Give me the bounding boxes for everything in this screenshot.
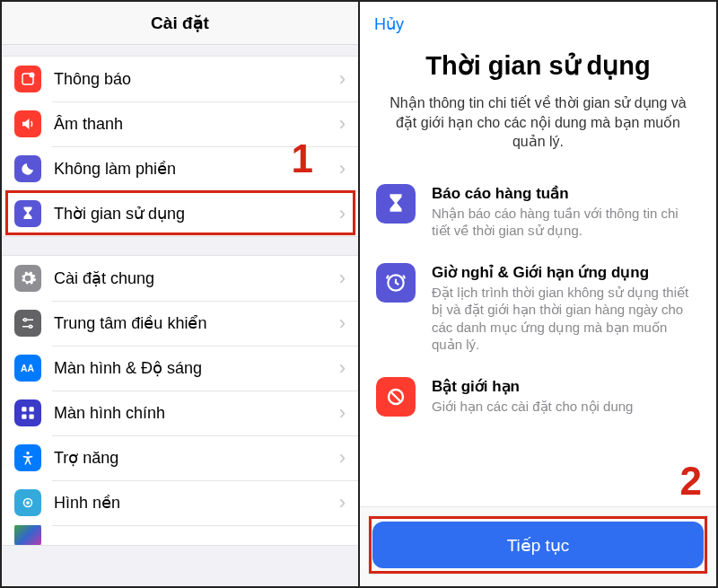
chevron-right-icon: › <box>339 312 346 335</box>
feature-restrictions: Bật giới hạn Giới hạn các cài đặt cho nộ… <box>376 377 700 417</box>
chevron-right-icon: › <box>339 157 346 180</box>
fade-overlay <box>360 480 716 507</box>
row-dnd[interactable]: Không làm phiền › <box>2 146 358 191</box>
row-label: Trợ năng <box>54 448 339 468</box>
chevron-right-icon: › <box>339 401 346 425</box>
feature-desc: Nhận báo cáo hàng tuần với thông tin chi… <box>432 205 700 240</box>
svg-rect-12 <box>30 415 34 419</box>
settings-title: Cài đặt <box>151 13 209 33</box>
row-display[interactable]: AA Màn hình & Độ sáng › <box>2 346 358 391</box>
chevron-right-icon: › <box>339 491 346 514</box>
feature-title: Báo cáo hàng tuần <box>432 184 700 203</box>
settings-header: Cài đặt <box>2 2 358 45</box>
svg-point-1 <box>30 73 35 78</box>
svg-rect-11 <box>22 415 26 419</box>
chevron-right-icon: › <box>339 112 346 136</box>
svg-text:AA: AA <box>21 364 35 373</box>
notification-icon <box>14 66 41 92</box>
wallpaper-icon <box>14 489 41 516</box>
clock-icon <box>376 263 416 303</box>
screentime-intro-pane: Hủy Thời gian sử dụng Nhận thông tin chi… <box>358 2 716 586</box>
siri-icon <box>14 525 41 545</box>
annotation-step-2: 2 <box>680 459 702 504</box>
feature-downtime-limits: Giờ nghỉ & Giới hạn ứng dụng Đặt lịch tr… <box>376 263 700 354</box>
svg-point-5 <box>30 325 32 328</box>
svg-rect-9 <box>22 407 26 411</box>
accessibility-icon <box>14 444 41 471</box>
feature-title: Giờ nghỉ & Giới hạn ứng dụng <box>432 263 700 282</box>
page-description: Nhận thông tin chi tiết về thời gian sử … <box>360 93 716 152</box>
sound-icon <box>14 110 41 137</box>
screentime-icon <box>14 200 41 227</box>
row-label: Màn hình chính <box>54 404 339 423</box>
feature-weekly-report: Báo cáo hàng tuần Nhận báo cáo hàng tuần… <box>376 184 700 240</box>
continue-button[interactable]: Tiếp tục <box>372 522 704 568</box>
settings-group-2: Cài đặt chung › Trung tâm điều khiển › A… <box>2 255 358 546</box>
chevron-right-icon: › <box>339 202 346 225</box>
row-label: Thời gian sử dụng <box>54 204 339 224</box>
display-icon: AA <box>14 355 41 382</box>
feature-title: Bật giới hạn <box>432 377 700 396</box>
home-screen-icon <box>14 399 41 426</box>
restrict-icon <box>376 377 416 417</box>
chevron-right-icon: › <box>339 446 346 470</box>
svg-point-2 <box>24 319 27 321</box>
row-label: Thông báo <box>54 70 339 89</box>
row-wallpaper[interactable]: Hình nền › <box>2 480 358 525</box>
cancel-button[interactable]: Hủy <box>374 14 404 34</box>
row-sound[interactable]: Âm thanh › <box>2 101 358 146</box>
bottom-bar: Tiếp tục <box>360 506 716 586</box>
row-accessibility[interactable]: Trợ năng › <box>2 435 358 480</box>
feature-desc: Đặt lịch trình thời gian không sử dụng t… <box>432 284 700 354</box>
feature-desc: Giới hạn các cài đặt cho nội dung <box>432 398 700 416</box>
svg-point-13 <box>26 452 29 454</box>
chevron-right-icon: › <box>339 267 346 290</box>
row-label: Không làm phiền <box>54 159 339 179</box>
svg-rect-10 <box>30 407 34 411</box>
row-label: Cài đặt chung <box>54 268 339 288</box>
row-label: Âm thanh <box>54 115 339 134</box>
row-general[interactable]: Cài đặt chung › <box>2 256 358 301</box>
page-title: Thời gian sử dụng <box>360 50 716 81</box>
row-label: Hình nền <box>54 493 339 513</box>
settings-group-1: Thông báo › Âm thanh › Không làm phiền › <box>2 56 358 237</box>
chevron-right-icon: › <box>339 67 346 91</box>
dnd-icon <box>14 155 41 182</box>
row-label: Màn hình & Độ sáng <box>54 358 339 378</box>
gear-icon <box>14 265 41 292</box>
row-home-screen[interactable]: Màn hình chính › <box>2 391 358 435</box>
feature-list: Báo cáo hàng tuần Nhận báo cáo hàng tuần… <box>360 184 716 417</box>
row-control-center[interactable]: Trung tâm điều khiển › <box>2 301 358 346</box>
row-screen-time[interactable]: Thời gian sử dụng › <box>2 191 358 236</box>
svg-point-15 <box>26 501 30 505</box>
control-center-icon <box>14 310 41 337</box>
row-notifications[interactable]: Thông báo › <box>2 57 358 101</box>
hourglass-icon <box>376 184 416 224</box>
svg-line-18 <box>390 391 401 402</box>
row-siri-partial[interactable] <box>2 525 358 545</box>
chevron-right-icon: › <box>339 356 346 380</box>
settings-pane: Cài đặt Thông báo › Âm thanh › <box>2 2 358 586</box>
row-label: Trung tâm điều khiển <box>54 313 339 333</box>
